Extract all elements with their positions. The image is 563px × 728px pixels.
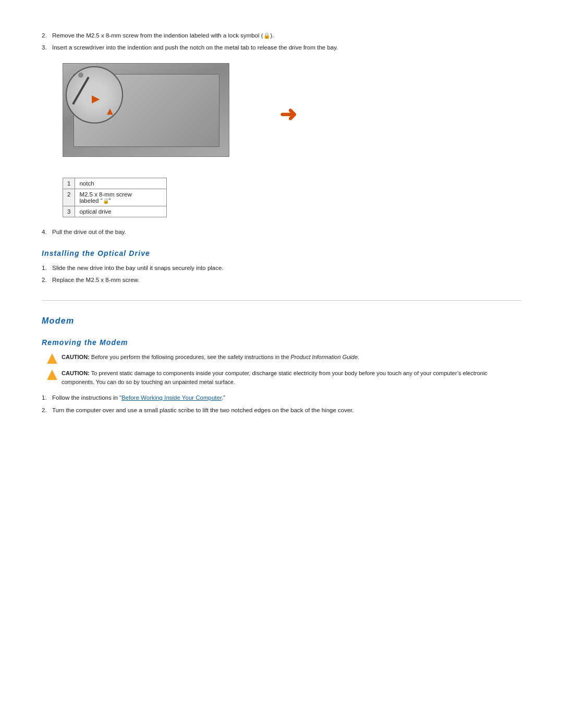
caution-block-2: CAUTION: To prevent static damage to com… xyxy=(47,369,521,386)
step-number: 2. xyxy=(42,406,47,415)
legend-label-1: notch xyxy=(75,178,167,189)
installing-heading: Installing the Optical Drive xyxy=(42,249,521,257)
install-step1: Slide the new drive into the bay until i… xyxy=(52,265,224,271)
modem-step1: Follow the instructions in “Before Worki… xyxy=(52,394,225,401)
caution-text-1: CAUTION: Before you perform the followin… xyxy=(62,353,359,362)
step-number: 2. xyxy=(42,276,47,285)
slide-arrow: ➜ xyxy=(279,102,297,126)
diagram-image: 1 2 3 ▶ ▲ xyxy=(63,63,229,157)
step-number: 1. xyxy=(42,393,47,402)
step-number: 3. xyxy=(42,43,47,52)
cursor-arrow-1: ▶ xyxy=(92,92,100,105)
legend-row-3: 3 optical drive xyxy=(63,206,167,217)
legend-num-1: 1 xyxy=(63,178,75,189)
step4-text: Pull the drive out of the bay. xyxy=(52,229,126,235)
removing-modem-heading: Removing the Modem xyxy=(42,338,521,347)
caution-icon-1 xyxy=(47,353,57,364)
step-number: 4. xyxy=(42,228,47,237)
step-number: 1. xyxy=(42,264,47,273)
lock-icon: 🔒 xyxy=(263,32,271,39)
before-working-link[interactable]: Before Working Inside Your Computer xyxy=(121,394,222,401)
caution-text-2: CAUTION: To prevent static damage to com… xyxy=(62,369,521,386)
step2-text: Remove the M2.5 x 8-mm screw from the in… xyxy=(52,32,274,39)
legend-num-3: 3 xyxy=(63,206,75,217)
section-divider xyxy=(42,300,521,301)
diagram-container: 1 2 3 ▶ ▲ ➜ xyxy=(63,63,282,167)
step3-text: Insert a screwdriver into the indention … xyxy=(52,44,338,51)
legend-label-3: optical drive xyxy=(75,206,167,217)
legend-table: 1 notch 2 M2.5 x 8-mm screwlabeled “🔒” 3… xyxy=(63,178,167,217)
install-step2: Replace the M2.5 x 8-mm screw. xyxy=(52,277,139,283)
legend-label-2: M2.5 x 8-mm screwlabeled “🔒” xyxy=(75,189,167,206)
cursor-arrow-2: ▲ xyxy=(105,105,115,117)
caution-block-1: CAUTION: Before you perform the followin… xyxy=(47,353,521,364)
modem-step2: Turn the computer over and use a small p… xyxy=(52,407,354,413)
legend-num-2: 2 xyxy=(63,189,75,206)
modem-heading: Modem xyxy=(42,316,521,326)
legend-row-1: 1 notch xyxy=(63,178,167,189)
step-number: 2. xyxy=(42,31,47,40)
caution-icon-2 xyxy=(47,369,57,380)
legend-row-2: 2 M2.5 x 8-mm screwlabeled “🔒” xyxy=(63,189,167,206)
